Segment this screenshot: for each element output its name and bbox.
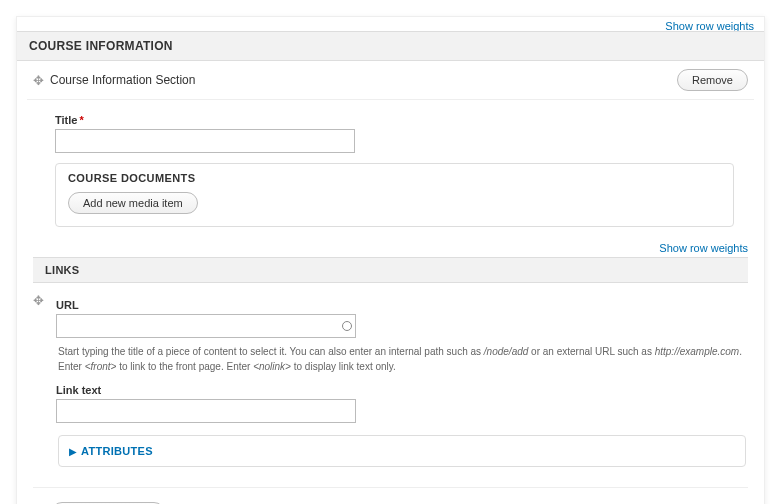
link-text-label: Link text [56,384,748,396]
drag-handle-icon[interactable]: ✥ [33,73,44,88]
course-documents-fieldset: COURSE DOCUMENTS Add new media item [55,163,734,227]
form-page: Show row weights COURSE INFORMATION ✥ Co… [16,16,765,504]
course-information-header: COURSE INFORMATION [17,31,764,61]
link-text-input[interactable] [56,399,356,423]
attributes-collapsible[interactable]: ▶ATTRIBUTES [58,435,746,467]
title-label: Title* [55,114,734,126]
links-legend: LINKS [33,257,748,283]
attributes-label: ATTRIBUTES [81,445,153,457]
row-title: Course Information Section [50,73,195,87]
add-media-button[interactable]: Add new media item [68,192,198,214]
triangle-right-icon: ▶ [69,446,77,457]
required-star-icon: * [79,114,83,126]
top-show-weights-link[interactable]: Show row weights [665,20,754,31]
remove-button[interactable]: Remove [677,69,748,91]
links-show-weights-row: Show row weights [27,237,754,257]
top-show-weights-row: Show row weights [17,17,764,31]
url-input[interactable] [56,314,356,338]
divider [33,487,748,488]
course-documents-legend: COURSE DOCUMENTS [56,164,733,188]
section-body: Title* COURSE DOCUMENTS Add new media it… [27,100,754,237]
url-label: URL [56,299,748,311]
drag-handle-icon[interactable]: ✥ [33,293,44,308]
course-info-section-row: ✥ Course Information Section Remove [27,61,754,100]
url-helper-text: Start typing the title of a piece of con… [58,344,746,374]
title-input[interactable] [55,129,355,153]
show-row-weights-link[interactable]: Show row weights [659,242,748,254]
links-body: ✥ URL Start typing the title of a piece … [27,283,754,473]
